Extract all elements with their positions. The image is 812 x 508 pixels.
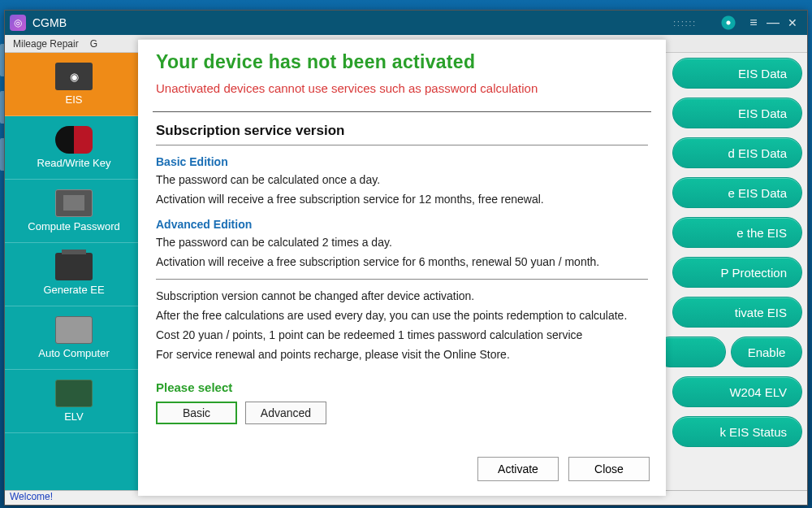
activation-dialog: Your device has not been activated Unact… <box>138 39 666 496</box>
sidebar-item-label: Auto Computer <box>38 347 109 359</box>
sidebar-item-label: Read/Write Key <box>37 157 111 169</box>
dialog-title: Your device has not been activated <box>156 51 648 73</box>
menu-item-mileage[interactable]: Mileage Repair <box>13 38 79 50</box>
sidebar-item-generateee[interactable]: Generate EE <box>5 243 143 306</box>
sidebar-item-autocomputer[interactable]: Auto Computer <box>5 306 143 370</box>
sidebar-item-computepassword[interactable]: Compute Password <box>5 180 143 243</box>
dialog-warning: Unactivated devices cannot use services … <box>156 81 648 95</box>
advanced-edition-title: Advanced Edition <box>156 216 648 234</box>
activate-button[interactable]: Activate <box>477 457 559 481</box>
note-1: Subscription version cannot be changed a… <box>156 288 648 306</box>
sidebar-item-readwritekey[interactable]: Read/Write Key <box>5 116 143 180</box>
action-button[interactable]: W204 ELV <box>672 376 802 407</box>
option-advanced[interactable]: Advanced <box>245 402 326 424</box>
action-button[interactable]: e the EIS <box>672 217 802 248</box>
sidebar: ◉ EIS Read/Write Key Compute Password Ge… <box>5 53 143 490</box>
action-button[interactable]: e EIS Data <box>672 177 802 208</box>
divider <box>156 145 648 145</box>
ecu-icon <box>55 316 93 344</box>
note-3: Cost 20 yuan / points, 1 point can be re… <box>156 327 648 345</box>
titlebar[interactable]: ◎ CGMB :::::: ≡ — ✕ <box>5 11 807 35</box>
close-button[interactable]: Close <box>568 457 650 481</box>
sidebar-item-label: Compute Password <box>28 220 119 232</box>
enable-button[interactable]: Enable <box>731 336 802 367</box>
section-title: Subscription service version <box>156 120 648 141</box>
divider <box>156 279 648 280</box>
basic-edition-title: Basic Edition <box>156 154 648 172</box>
adv-line1: The password can be calculated 2 times a… <box>156 234 648 252</box>
action-column: EIS Data EIS Data d EIS Data e EIS Data … <box>666 53 807 490</box>
app-title: CGMB <box>32 16 67 29</box>
action-button[interactable]: k EIS Status <box>672 416 802 447</box>
sidebar-item-label: ELV <box>64 410 84 423</box>
action-button[interactable]: d EIS Data <box>672 137 802 168</box>
adv-line2: Activation will receive a free subscript… <box>156 254 648 271</box>
disc-icon <box>719 14 737 32</box>
status-text: Welcome! <box>10 491 53 502</box>
close-window-button[interactable]: ✕ <box>783 16 802 29</box>
chip-icon <box>55 189 93 217</box>
note-2: After the free calculations are used eve… <box>156 307 648 325</box>
note-4: For service renewal and points recharge,… <box>156 346 648 364</box>
camera-icon: ◉ <box>55 63 93 90</box>
sidebar-item-elv[interactable]: ELV <box>5 370 143 433</box>
action-button[interactable]: EIS Data <box>672 58 802 89</box>
board-icon <box>55 380 93 407</box>
basic-line2: Activation will receive a free subscript… <box>156 191 648 209</box>
menu-icon[interactable]: ≡ <box>744 15 763 30</box>
sidebar-item-label: EIS <box>66 93 83 106</box>
sidebar-item-label: Generate EE <box>43 284 104 296</box>
action-button[interactable]: EIS Data <box>672 98 802 128</box>
grip-icon: :::::: <box>673 19 697 28</box>
key-icon <box>55 126 93 154</box>
menu-item-g[interactable]: G <box>90 38 97 50</box>
minimize-button[interactable]: — <box>763 15 783 30</box>
app-logo-icon: ◎ <box>10 15 26 31</box>
option-basic[interactable]: Basic <box>156 402 237 424</box>
sidebar-item-eis[interactable]: ◉ EIS <box>5 53 143 116</box>
basic-line1: The password can be calculated once a da… <box>156 172 648 189</box>
action-button[interactable]: tivate EIS <box>672 297 802 328</box>
action-button[interactable]: P Protection <box>672 257 802 288</box>
please-select-label: Please select <box>156 378 648 397</box>
printer-icon <box>55 253 93 280</box>
